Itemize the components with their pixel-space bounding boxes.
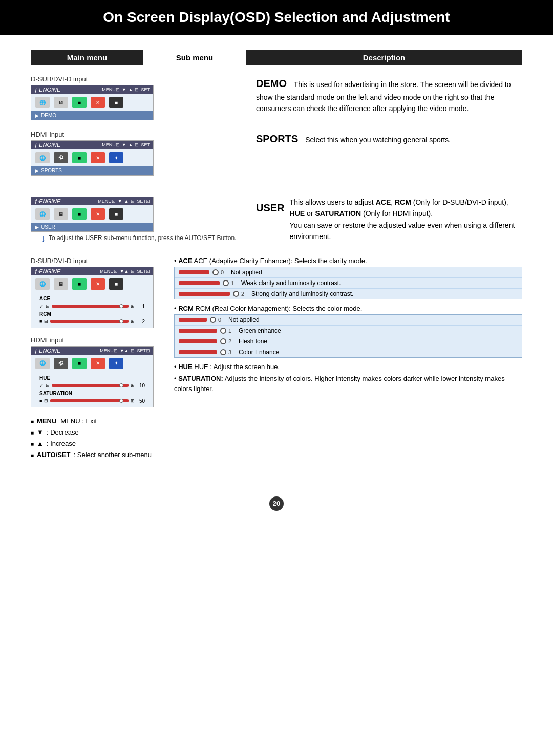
ace-label-1: Weak clarity and luminosity contrast. [241,279,341,287]
icon-blue-sports: ✦ [109,152,123,163]
hue-slider [52,384,129,387]
col-sub-menu-label: Sub menu [143,50,246,65]
user-annotation: ↓ To adjust the USER sub-menu function, … [41,234,246,243]
ace-opt-2: 2 Strong clarity and luminosity contrast… [175,289,522,299]
hdmi-left: HDMI input ƒ·ENGINE MENU⊡ ▼▲ ⊟ SET⊡ 🌐 ⚽ [31,336,159,407]
icon-globe: 🌐 [35,97,50,108]
demo-row: D-SUB/DVI-D input ƒ·ENGINE MENU⊡ ▼ ▲ ⊟ S… [31,75,522,120]
ace-options-table: 0 Not applied 1 Weak clarity and luminos… [174,267,522,299]
icon-active-hdmi: ■ [72,358,87,369]
hue-section: HUE ↙ ⊟ ⊞ 10 SATURATION [31,372,153,407]
icon-active-user: ■ [72,208,87,220]
rcm-bar-1 [179,329,217,333]
sports-osd-box: ƒ·ENGINE MENU⊡ ▼ ▲ ⊟ SET 🌐 ⚽ ■ ✕ ✦ [31,140,154,176]
rcm-opt-1: 1 Green enhance [175,326,522,336]
hdmi-input-label: HDMI input [31,336,159,344]
hdmi-osd-icons-row: 🌐 ⚽ ■ ✕ ✦ [31,355,153,372]
page-title: On Screen Display(OSD) Selection and Adj… [103,9,450,25]
demo-osd-topbar: ƒ·ENGINE MENU⊡ ▼ ▲ ⊟ SET [31,85,153,94]
rcm-dot-1 [220,328,226,334]
annotation-text: To adjust the USER sub-menu function, pr… [49,234,236,243]
user-osd-topbar: ƒ·ENGINE MENU⊡ ▼ ▲ ⊟ SET⊡ [31,197,153,205]
ace-label-2: Strong clarity and luminosity contrast. [251,290,353,297]
icon-redx-sports: ✕ [91,152,105,163]
user-osd-footer: ▶ USER [31,223,153,231]
icon-globe-hdmi: 🌐 [35,358,50,369]
dsub-osd-box: ƒ·ENGINE MENU⊡ ▼▲ ⊟ SET⊡ 🌐 🖥 ■ ✕ ■ [31,267,154,328]
sports-footer-label: SPORTS [41,168,62,174]
rcm-dot-3 [220,349,226,355]
icon-globe-user: 🌐 [35,208,50,220]
user-row: ƒ·ENGINE MENU⊡ ▼ ▲ ⊟ SET⊡ 🌐 🖥 ■ ✕ ■ [31,197,522,247]
icon-active: ■ [72,97,87,108]
sports-row: HDMI input ƒ·ENGINE MENU⊡ ▼ ▲ ⊟ SET 🌐 ⚽ … [31,131,522,176]
sat-label: SATURATION [39,391,72,396]
sports-osd-icons-row: 🌐 ⚽ ■ ✕ ✦ [31,149,153,166]
icon-sports-hdmi: ⚽ [54,358,68,369]
page-header: On Screen Display(OSD) Selection and Adj… [0,0,553,35]
sports-osd-footer: ▶ SPORTS [31,166,153,175]
demo-left: D-SUB/DVI-D input ƒ·ENGINE MENU⊡ ▼ ▲ ⊟ S… [31,75,246,120]
rcm-label-2: Flesh tone [239,338,267,345]
hdmi-osd-topbar: ƒ·ENGINE MENU⊡ ▼▲ ⊟ SET⊡ [31,347,153,355]
demo-footer-label: DEMO [41,113,56,118]
ace-slider [52,305,129,308]
ace-slider-row: ↙ ⊟ ⊞ 1 [35,303,149,310]
rcm-options-table: 0 Not applied 1 Green enhance 2 Flesh to… [174,314,522,358]
bullet-increase: ▲ : Increase [31,438,159,449]
sat-val: 50 [137,398,145,404]
icon-monitor-user: 🖥 [54,208,68,220]
rcm-slider-row: ■ ⊟ ⊞ 2 [35,318,149,326]
rcm-label-3: Color Enhance [239,349,279,356]
icon-redx-user: ✕ [91,208,105,220]
ace-dot-2 [233,291,239,297]
page-footer: 20 [0,496,553,526]
rcm-opt-3: 3 Color Enhance [175,347,522,357]
ace-val: 1 [137,304,145,309]
sports-input-label: HDMI input [31,131,246,138]
rcm-bar-3 [179,350,217,354]
demo-osd-icons-row: 🌐 🖥 ■ ✕ ■ [31,94,153,111]
icon-redx-dsub: ✕ [91,278,105,290]
hue-slider-thumb [119,383,123,387]
icon-redx-hdmi: ✕ [91,358,105,369]
hdmi-osd-box: ƒ·ENGINE MENU⊡ ▼▲ ⊟ SET⊡ 🌐 ⚽ ■ ✕ ✦ [31,346,154,407]
rcm-slider-thumb [119,319,123,323]
rcm-label-0: Not applied [228,316,260,323]
demo-desc-text: This is used for advertising in the stor… [256,80,511,113]
rcm-bar-0 [179,318,207,322]
rcm-label-1: Green enhance [239,327,281,334]
icon-redx: ✕ [91,97,105,108]
rcm-dot-2 [220,338,226,344]
divider1 [31,186,522,186]
bottom-bullets-section: MENU MENU : Exit ▼ : Decrease ▲ : Increa… [31,416,159,461]
dsub-input-label: D-SUB/DVI-D input [31,257,159,265]
ace-label-row: ACE [35,295,149,303]
rcm-opt-0: 0 Not applied [175,315,522,326]
user-description: USER This allows users to adjust ACE, RC… [246,197,522,247]
sports-osd-topbar: ƒ·ENGINE MENU⊡ ▼ ▲ ⊟ SET [31,141,153,149]
ace-slider-thumb [119,304,123,308]
dsub-right: • ACE ACE (Adaptive Clarity Enhancer): S… [174,257,522,461]
user-desc-text: This allows users to adjust ACE, RCM (On… [290,197,522,243]
engine-logo: ƒ·ENGINE [34,87,60,93]
sports-desc-text: Select this when you watching general sp… [305,136,451,144]
dsub-osd-icons-row: 🌐 🖥 ■ ✕ ■ [31,275,153,293]
bullet-list: MENU MENU : Exit ▼ : Decrease ▲ : Increa… [31,416,159,461]
sat-slider-thumb [119,399,123,403]
demo-osd-footer: ▶ DEMO [31,111,153,120]
rcm-label: RCM [39,311,55,317]
rcm-dot-0 [210,317,216,323]
user-left: ƒ·ENGINE MENU⊡ ▼ ▲ ⊟ SET⊡ 🌐 🖥 ■ ✕ ■ [31,197,246,243]
user-footer-label: USER [41,224,55,230]
demo-submenu-label: DEMO [256,77,287,89]
hue-slider-row: ↙ ⊟ ⊞ 10 [35,382,149,390]
page-number: 20 [269,496,284,511]
rcm-desc-header: • RCM RCM (Real Color Management): Selec… [174,305,522,312]
ace-label-0: Not applied [231,269,262,276]
hue-label-row: HUE [35,374,149,382]
sports-left: HDMI input ƒ·ENGINE MENU⊡ ▼ ▲ ⊟ SET 🌐 ⚽ … [31,131,246,176]
nav-icons: MENU⊡ ▼ ▲ ⊟ SET [102,87,150,92]
ace-dot-0 [212,269,219,275]
dsub-left: D-SUB/DVI-D input ƒ·ENGINE MENU⊡ ▼▲ ⊟ SE… [31,257,159,461]
